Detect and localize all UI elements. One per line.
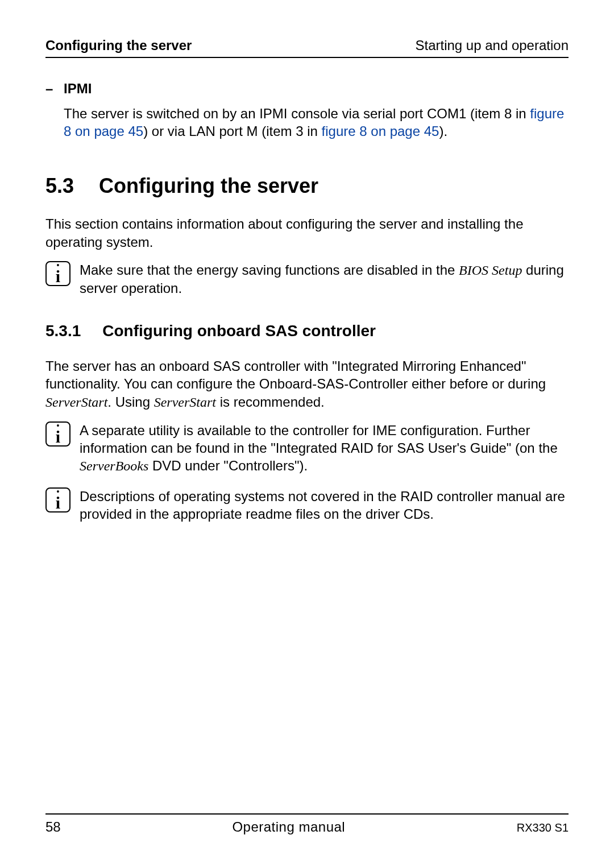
info2-text: A separate utility is available to the c… <box>80 421 569 476</box>
footer-right: RX330 S1 <box>517 821 569 834</box>
running-header: Configuring the server Starting up and o… <box>45 38 569 58</box>
subsection-title: Configuring onboard SAS controller <box>102 322 376 340</box>
ipmi-item: – IPMI <box>45 81 569 97</box>
info1-text: Make sure that the energy saving functio… <box>80 261 569 297</box>
sub-p-a: The server has an onboard SAS controller… <box>45 358 546 391</box>
section-heading: 5.3 Configuring the server <box>45 174 569 198</box>
ipmi-text-1: The server is switched on by an IPMI con… <box>64 106 530 121</box>
info-icon-glyph: i <box>47 494 69 511</box>
section-number: 5.3 <box>45 174 74 198</box>
page-number: 58 <box>45 819 61 835</box>
subsection-number: 5.3.1 <box>45 322 81 340</box>
info2-em: ServerBooks <box>80 458 148 473</box>
ipmi-body: The server is switched on by an IPMI con… <box>64 105 569 140</box>
info-icon: i <box>45 487 70 512</box>
header-right: Starting up and operation <box>415 38 569 53</box>
sub-em1: ServerStart <box>45 395 107 410</box>
info2-t2: DVD under "Controllers"). <box>148 458 308 473</box>
info-box-1: i Make sure that the energy saving funct… <box>45 261 569 297</box>
running-footer: 58 Operating manual RX330 S1 <box>45 813 569 835</box>
info-icon-glyph: i <box>47 268 69 285</box>
figure-link-2[interactable]: figure 8 on page 45 <box>322 123 439 139</box>
subsection-para: The server has an onboard SAS controller… <box>45 357 569 411</box>
info-icon-glyph: i <box>47 428 69 445</box>
info-icon: i <box>45 421 70 447</box>
info-icon: i <box>45 261 70 286</box>
subsection-heading: 5.3.1 Configuring onboard SAS controller <box>45 322 569 340</box>
ipmi-text-3: ). <box>439 123 447 139</box>
info3-text: Descriptions of operating systems not co… <box>80 487 569 523</box>
ipmi-label: IPMI <box>64 81 92 97</box>
header-left: Configuring the server <box>45 38 192 53</box>
info2-t1: A separate utility is available to the c… <box>80 423 558 456</box>
footer-center: Operating manual <box>232 819 345 835</box>
info-box-2: i A separate utility is available to the… <box>45 421 569 476</box>
ipmi-text-2: ) or via LAN port M (item 3 in <box>143 123 321 139</box>
section-intro: This section contains information about … <box>45 215 569 250</box>
sub-p-c: is recommended. <box>216 394 325 410</box>
info1-em: BIOS Setup <box>459 263 522 278</box>
sub-em2: ServerStart <box>154 395 216 410</box>
sub-p-b: . Using <box>107 394 154 410</box>
list-dash: – <box>45 81 53 97</box>
page: Configuring the server Starting up and o… <box>0 0 614 868</box>
info1-t1: Make sure that the energy saving functio… <box>80 262 459 278</box>
info-box-3: i Descriptions of operating systems not … <box>45 487 569 523</box>
section-title: Configuring the server <box>99 174 318 198</box>
